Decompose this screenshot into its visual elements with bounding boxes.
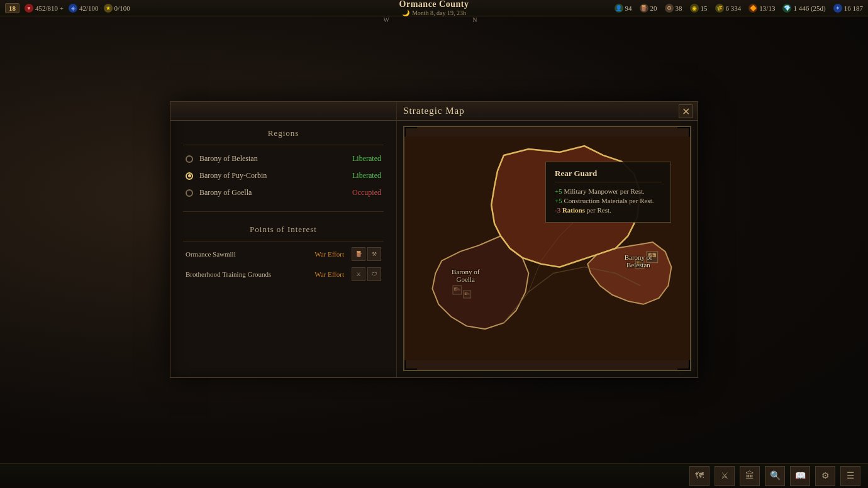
poi-icon-sawmill-2: ⚒ [367,247,381,261]
location-title: Ormance County [399,0,469,9]
gold-value: 6 334 [726,4,742,12]
res3-stat: ◉ 15 [690,4,708,13]
stat3-value: 0/100 [114,4,130,12]
region-item-belestan[interactable]: Barony of Belestan Liberated [183,150,384,167]
blue-icon: ✦ [833,4,842,13]
poi-icon-sawmill-1: 🪵 [352,247,365,261]
region-status-belestan: Liberated [352,154,381,164]
level-badge: 18 [5,3,19,13]
blue-stat: ✦ 16 187 [833,4,863,13]
poi-item-training[interactable]: Brotherhood Training Grounds War Effort … [183,264,384,284]
modal-overlay: Strategic Map ✕ Regions Barony of Belest… [0,16,868,463]
poi-item-sawmill[interactable]: Ormance Sawmill War Effort 🪵 ⚒ [183,244,384,264]
res2-value: 38 [676,4,682,12]
bottom-icon-menu[interactable]: ☰ [840,466,860,486]
green-stat: 💎 1 446 (25d) [782,4,825,13]
pop-stat: 👤 94 [615,4,632,13]
region-radio-belestan [186,155,193,163]
poi-icon-training-1: ⚔ [352,267,365,281]
gold-stat: 🌾 6 334 [715,4,742,13]
stat3-item: ★ 0/100 [104,4,130,13]
orange-value: 13/13 [759,4,775,12]
region-item-puy-corbin[interactable]: Barony of Puy-Corbin Liberated [183,167,384,184]
res1-icon: 🪵 [640,4,648,13]
bottom-icon-skills[interactable]: ⚙ [815,466,835,486]
bottom-icon-journal[interactable]: 📖 [790,466,810,486]
bottombar: 🗺 ⚔ 🏛 🔍 📖 ⚙ ☰ [0,463,868,488]
region-name-puy-corbin: Barony of Puy-Corbin [199,171,346,180]
poi-icon-training-2: 🛡 [367,267,381,281]
gold-icon: 🌾 [715,4,724,13]
topbar-center: Ormance County 🌙Month 8, day 19, 23h [399,0,469,16]
modal-right-panel: Barony ofBelestan Barony ofGoella Rear G… [397,102,698,377]
map-tooltip: Rear Guard +5 Military Manpower per Rest… [545,162,671,223]
region-status-goella: Occupied [352,188,381,197]
poi-status-sawmill: War Effort [314,250,344,258]
res3-value: 15 [701,4,708,12]
tooltip-line-2: +5 Construction Materials per Rest. [555,197,662,204]
stat2-value: 42/100 [79,4,99,12]
res1-value: 20 [650,4,657,12]
strategic-map-modal: Strategic Map ✕ Regions Barony of Belest… [170,101,698,378]
pop-value: 94 [625,4,632,12]
bottom-icon-search[interactable]: 🔍 [765,466,785,486]
region-radio-goella [186,189,193,197]
res2-stat: ⚙ 38 [665,4,682,13]
orange-icon: 🔶 [748,4,757,13]
poi-name-training: Brotherhood Training Grounds [186,270,309,278]
topbar: 18 ♥ 452/810 + ◈ 42/100 ★ 0/100 Ormance … [0,0,868,16]
stat3-icon: ★ [104,4,113,13]
hp-icon: ♥ [25,4,33,13]
poi-icons-training: ⚔ 🛡 [352,267,381,281]
bottom-icon-combat[interactable]: ⚔ [715,466,735,486]
blue-value: 16 187 [844,4,863,12]
topbar-right: 👤 94 🪵 20 ⚙ 38 ◉ 15 🌾 6 334 🔶 13/13 💎 1 … [615,4,863,13]
main-area: Strategic Map ✕ Regions Barony of Belest… [0,16,868,463]
bottom-icon-map[interactable]: 🗺 [689,466,709,486]
pop-icon: 👤 [615,4,623,13]
poi-name-sawmill: Ormance Sawmill [186,250,309,258]
location-time: 🌙Month 8, day 19, 23h [402,9,466,16]
orange-stat: 🔶 13/13 [748,4,775,13]
stat2-item: ◈ 42/100 [69,4,99,13]
tooltip-line-3: -3 Rations per Rest. [555,206,662,214]
res2-icon: ⚙ [665,4,674,13]
tooltip-title: Rear Guard [555,169,662,182]
map-container: Barony ofBelestan Barony ofGoella Rear G… [403,126,691,371]
hp-value: 452/810 + [35,4,64,12]
res3-icon: ◉ [690,4,699,13]
tooltip-line-1: +5 Military Manpower per Rest. [555,187,662,195]
region-name-goella: Barony of Goella [199,188,346,197]
divider-1 [183,211,384,212]
regions-list: Barony of Belestan Liberated Barony of P… [170,145,396,206]
region-status-puy-corbin: Liberated [352,171,381,180]
poi-section-title: Points of Interest [183,217,384,241]
green-value: 1 446 (25d) [793,4,825,12]
stat2-icon: ◈ [69,4,77,13]
regions-section-title: Regions [183,121,384,145]
modal-left-panel: Regions Barony of Belestan Liberated Bar… [170,102,397,377]
poi-list: Ormance Sawmill War Effort 🪵 ⚒ Brotherho… [170,241,396,287]
region-item-goella[interactable]: Barony of Goella Occupied [183,184,384,201]
poi-icons-sawmill: 🪵 ⚒ [352,247,381,261]
topbar-left: 18 ♥ 452/810 + ◈ 42/100 ★ 0/100 [5,3,615,13]
hp-stat: ♥ 452/810 + [25,4,64,13]
region-radio-puy-corbin [186,172,193,180]
bottom-icon-buildings[interactable]: 🏛 [740,466,760,486]
green-icon: 💎 [782,4,791,13]
poi-status-training: War Effort [314,270,344,278]
res1-stat: 🪵 20 [640,4,657,13]
region-name-belestan: Barony of Belestan [199,154,346,164]
